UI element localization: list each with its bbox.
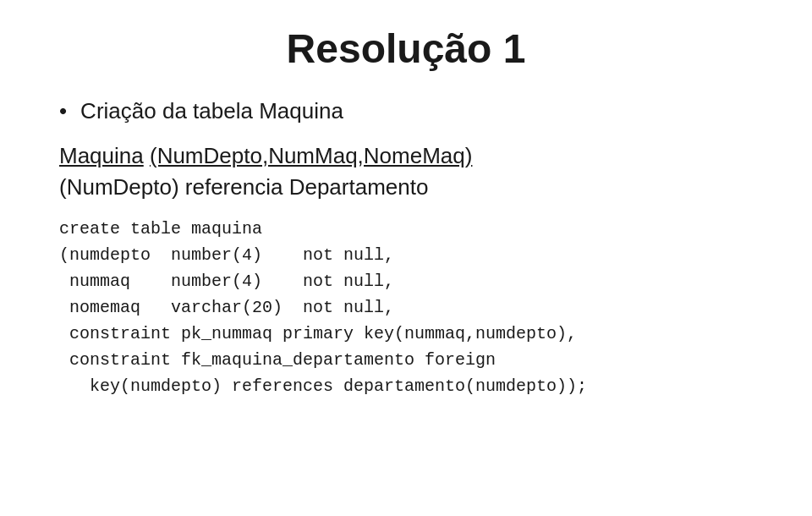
bullet-item-criacao: • Criação da tabela Maquina — [59, 97, 761, 126]
code-line-4: nomemaq varchar(20) not null, — [59, 294, 761, 321]
code-line-1: create table maquina — [59, 216, 761, 242]
bullet-dot: • — [59, 97, 67, 126]
code-line-7: key(numdepto) references departamento(nu… — [59, 373, 761, 399]
schema-columns-list: (NumDepto,NumMaq,NomeMaq) — [150, 143, 472, 168]
schema-fk-line: (NumDepto) referencia Departamento — [59, 174, 761, 200]
schema-table-name: Maquina — [59, 143, 144, 168]
bullet-text-criacao: Criação da tabela Maquina — [80, 97, 343, 126]
code-block: create table maquina (numdepto number(4)… — [59, 216, 761, 399]
code-line-2: (numdepto number(4) not null, — [59, 242, 761, 268]
page-title: Resolução 1 — [51, 25, 761, 72]
schema-table-name-line: Maquina (NumDepto,NumMaq,NomeMaq) — [59, 143, 761, 169]
code-line-6: constraint fk_maquina_departamento forei… — [59, 347, 761, 373]
code-line-3: nummaq number(4) not null, — [59, 268, 761, 294]
code-line-5: constraint pk_nummaq primary key(nummaq,… — [59, 321, 761, 347]
schema-fk-text: (NumDepto) referencia Departamento — [59, 174, 428, 200]
